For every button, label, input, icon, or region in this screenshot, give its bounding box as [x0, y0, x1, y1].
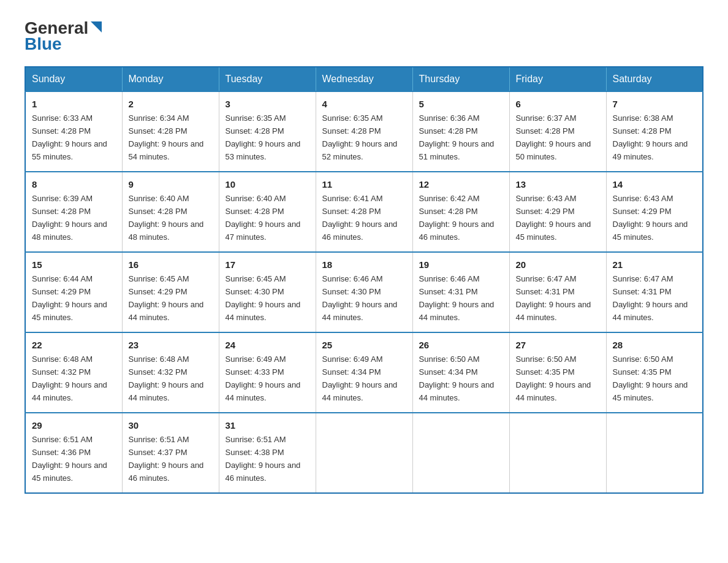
header-saturday: Saturday — [606, 67, 703, 91]
calendar-cell: 7Sunrise: 6:38 AMSunset: 4:28 PMDaylight… — [606, 91, 703, 172]
day-number: 22 — [32, 338, 116, 352]
day-number: 29 — [32, 418, 116, 432]
calendar-cell — [316, 413, 412, 493]
calendar-cell: 27Sunrise: 6:50 AMSunset: 4:35 PMDayligh… — [509, 332, 606, 413]
day-number: 25 — [322, 338, 406, 352]
week-row-4: 22Sunrise: 6:48 AMSunset: 4:32 PMDayligh… — [25, 332, 703, 413]
day-number: 4 — [322, 97, 406, 111]
day-number: 31 — [226, 418, 309, 432]
day-info: Sunrise: 6:48 AMSunset: 4:32 PMDaylight:… — [32, 354, 107, 402]
week-row-5: 29Sunrise: 6:51 AMSunset: 4:36 PMDayligh… — [25, 413, 703, 493]
day-info: Sunrise: 6:35 AMSunset: 4:28 PMDaylight:… — [226, 113, 301, 161]
day-number: 11 — [322, 177, 406, 191]
svg-marker-0 — [91, 21, 102, 33]
calendar-cell: 30Sunrise: 6:51 AMSunset: 4:37 PMDayligh… — [122, 413, 219, 493]
day-number: 23 — [129, 338, 213, 352]
calendar-cell — [412, 413, 509, 493]
calendar-cell: 5Sunrise: 6:36 AMSunset: 4:28 PMDaylight… — [412, 91, 509, 172]
calendar-table: SundayMondayTuesdayWednesdayThursdayFrid… — [25, 66, 703, 494]
day-number: 12 — [419, 177, 503, 191]
header-thursday: Thursday — [412, 67, 509, 91]
day-info: Sunrise: 6:34 AMSunset: 4:28 PMDaylight:… — [129, 113, 204, 161]
day-info: Sunrise: 6:51 AMSunset: 4:37 PMDaylight:… — [129, 435, 204, 483]
calendar-cell: 17Sunrise: 6:45 AMSunset: 4:30 PMDayligh… — [219, 252, 316, 332]
calendar-cell: 13Sunrise: 6:43 AMSunset: 4:29 PMDayligh… — [509, 172, 606, 252]
day-number: 24 — [226, 338, 309, 352]
header-wednesday: Wednesday — [316, 67, 412, 91]
day-info: Sunrise: 6:40 AMSunset: 4:28 PMDaylight:… — [226, 194, 301, 242]
day-number: 2 — [129, 97, 213, 111]
day-number: 16 — [129, 258, 213, 272]
day-info: Sunrise: 6:46 AMSunset: 4:31 PMDaylight:… — [419, 274, 495, 322]
calendar-cell: 26Sunrise: 6:50 AMSunset: 4:34 PMDayligh… — [412, 332, 509, 413]
day-info: Sunrise: 6:40 AMSunset: 4:28 PMDaylight:… — [129, 194, 204, 242]
day-info: Sunrise: 6:33 AMSunset: 4:28 PMDaylight:… — [32, 113, 107, 161]
calendar-cell: 31Sunrise: 6:51 AMSunset: 4:38 PMDayligh… — [219, 413, 316, 493]
calendar-cell: 25Sunrise: 6:49 AMSunset: 4:34 PMDayligh… — [316, 332, 412, 413]
day-info: Sunrise: 6:37 AMSunset: 4:28 PMDaylight:… — [516, 113, 591, 161]
header-sunday: Sunday — [25, 67, 122, 91]
day-number: 27 — [516, 338, 600, 352]
calendar-cell: 23Sunrise: 6:48 AMSunset: 4:32 PMDayligh… — [122, 332, 219, 413]
day-number: 26 — [419, 338, 503, 352]
day-info: Sunrise: 6:51 AMSunset: 4:38 PMDaylight:… — [226, 435, 301, 483]
calendar-cell: 2Sunrise: 6:34 AMSunset: 4:28 PMDaylight… — [122, 91, 219, 172]
header-friday: Friday — [509, 67, 606, 91]
day-number: 14 — [613, 177, 697, 191]
day-number: 3 — [226, 97, 309, 111]
calendar-cell: 22Sunrise: 6:48 AMSunset: 4:32 PMDayligh… — [25, 332, 122, 413]
calendar-cell: 8Sunrise: 6:39 AMSunset: 4:28 PMDaylight… — [25, 172, 122, 252]
calendar-cell: 16Sunrise: 6:45 AMSunset: 4:29 PMDayligh… — [122, 252, 219, 332]
day-info: Sunrise: 6:49 AMSunset: 4:34 PMDaylight:… — [322, 354, 398, 402]
day-info: Sunrise: 6:50 AMSunset: 4:35 PMDaylight:… — [613, 354, 688, 402]
day-number: 13 — [516, 177, 600, 191]
day-info: Sunrise: 6:38 AMSunset: 4:28 PMDaylight:… — [613, 113, 688, 161]
day-info: Sunrise: 6:50 AMSunset: 4:34 PMDaylight:… — [419, 354, 495, 402]
day-info: Sunrise: 6:51 AMSunset: 4:36 PMDaylight:… — [32, 435, 107, 483]
calendar-cell: 20Sunrise: 6:47 AMSunset: 4:31 PMDayligh… — [509, 252, 606, 332]
day-number: 18 — [322, 258, 406, 272]
calendar-cell: 15Sunrise: 6:44 AMSunset: 4:29 PMDayligh… — [25, 252, 122, 332]
week-row-1: 1Sunrise: 6:33 AMSunset: 4:28 PMDaylight… — [25, 91, 703, 172]
day-info: Sunrise: 6:42 AMSunset: 4:28 PMDaylight:… — [419, 194, 495, 242]
header-monday: Monday — [122, 67, 219, 91]
calendar-cell: 6Sunrise: 6:37 AMSunset: 4:28 PMDaylight… — [509, 91, 606, 172]
page-header: General Blue — [25, 18, 703, 54]
calendar-cell — [509, 413, 606, 493]
calendar-cell: 3Sunrise: 6:35 AMSunset: 4:28 PMDaylight… — [219, 91, 316, 172]
day-info: Sunrise: 6:43 AMSunset: 4:29 PMDaylight:… — [613, 194, 688, 242]
day-number: 6 — [516, 97, 600, 111]
calendar-cell: 24Sunrise: 6:49 AMSunset: 4:33 PMDayligh… — [219, 332, 316, 413]
day-info: Sunrise: 6:47 AMSunset: 4:31 PMDaylight:… — [516, 274, 591, 322]
day-number: 15 — [32, 258, 116, 272]
calendar-cell: 11Sunrise: 6:41 AMSunset: 4:28 PMDayligh… — [316, 172, 412, 252]
calendar-cell: 19Sunrise: 6:46 AMSunset: 4:31 PMDayligh… — [412, 252, 509, 332]
calendar-cell: 12Sunrise: 6:42 AMSunset: 4:28 PMDayligh… — [412, 172, 509, 252]
day-info: Sunrise: 6:45 AMSunset: 4:30 PMDaylight:… — [226, 274, 301, 322]
logo-arrow-icon — [89, 20, 103, 34]
day-number: 1 — [32, 97, 116, 111]
day-info: Sunrise: 6:44 AMSunset: 4:29 PMDaylight:… — [32, 274, 107, 322]
day-number: 5 — [419, 97, 503, 111]
calendar-cell: 10Sunrise: 6:40 AMSunset: 4:28 PMDayligh… — [219, 172, 316, 252]
day-info: Sunrise: 6:41 AMSunset: 4:28 PMDaylight:… — [322, 194, 398, 242]
day-number: 19 — [419, 258, 503, 272]
calendar-header-row: SundayMondayTuesdayWednesdayThursdayFrid… — [25, 67, 703, 91]
day-info: Sunrise: 6:39 AMSunset: 4:28 PMDaylight:… — [32, 194, 107, 242]
day-number: 17 — [226, 258, 309, 272]
calendar-cell: 28Sunrise: 6:50 AMSunset: 4:35 PMDayligh… — [606, 332, 703, 413]
day-number: 21 — [613, 258, 697, 272]
day-info: Sunrise: 6:36 AMSunset: 4:28 PMDaylight:… — [419, 113, 495, 161]
day-info: Sunrise: 6:45 AMSunset: 4:29 PMDaylight:… — [129, 274, 204, 322]
day-info: Sunrise: 6:35 AMSunset: 4:28 PMDaylight:… — [322, 113, 398, 161]
day-number: 7 — [613, 97, 697, 111]
calendar-cell: 29Sunrise: 6:51 AMSunset: 4:36 PMDayligh… — [25, 413, 122, 493]
day-number: 8 — [32, 177, 116, 191]
header-tuesday: Tuesday — [219, 67, 316, 91]
day-number: 28 — [613, 338, 697, 352]
day-number: 9 — [129, 177, 213, 191]
day-number: 10 — [226, 177, 309, 191]
week-row-3: 15Sunrise: 6:44 AMSunset: 4:29 PMDayligh… — [25, 252, 703, 332]
calendar-cell — [606, 413, 703, 493]
day-info: Sunrise: 6:49 AMSunset: 4:33 PMDaylight:… — [226, 354, 301, 402]
